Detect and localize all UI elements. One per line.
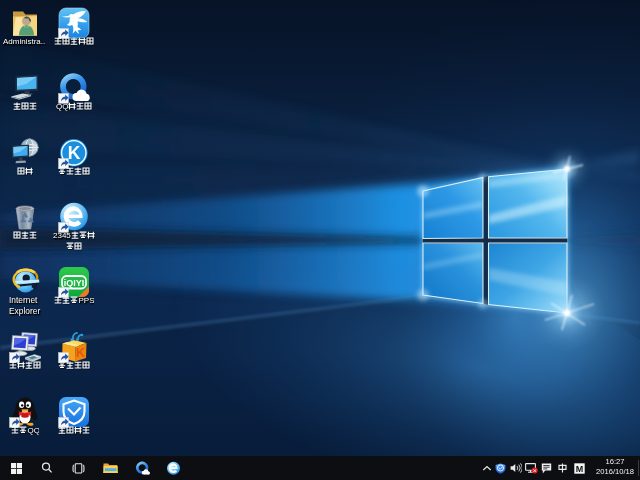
svg-text:Administra...: Administra... [3,37,46,46]
svg-text:Internet: Internet [9,295,38,305]
svg-text:M: M [575,463,583,473]
svg-text:K: K [67,143,80,163]
svg-text:iQIYI: iQIYI [63,278,84,288]
svg-text:2345: 2345 [53,231,71,240]
svg-text:PPS: PPS [78,296,94,305]
svg-text:QQ: QQ [56,102,68,111]
svg-text:QQ: QQ [27,426,39,435]
svg-text:Explorer: Explorer [9,306,40,316]
svg-text:K: K [75,346,84,360]
